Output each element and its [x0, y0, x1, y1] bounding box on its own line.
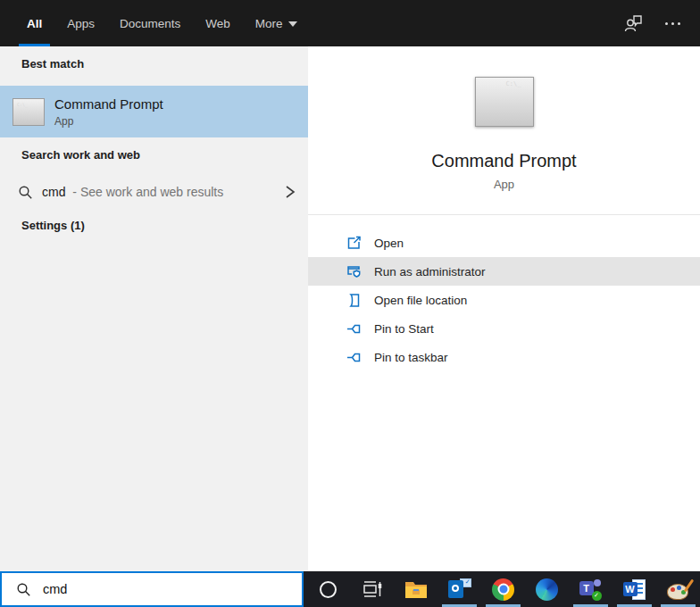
- task-view-icon: [362, 578, 383, 600]
- search-icon: [16, 582, 31, 597]
- search-results-body: Best match C:\_ Command Prompt App Searc…: [0, 46, 700, 571]
- ellipsis-icon[interactable]: [665, 22, 680, 25]
- tab-all-label: All: [27, 17, 42, 30]
- filter-tabs: All Apps Documents Web More: [0, 0, 310, 46]
- web-search-suffix: - See work and web results: [72, 185, 223, 199]
- action-open-file-location[interactable]: Open file location: [308, 286, 700, 314]
- word-icon: W: [623, 578, 646, 601]
- paint-icon: [667, 578, 690, 600]
- action-run-as-administrator-label: Run as administrator: [374, 265, 486, 279]
- preview-panel: C:\_ Command Prompt App Open: [308, 46, 700, 571]
- run-as-admin-shield-icon: [346, 263, 362, 279]
- taskbar-icon-cortana[interactable]: [306, 571, 350, 607]
- teams-icon: T✓: [579, 578, 603, 601]
- file-location-icon: [346, 292, 362, 308]
- command-prompt-icon: C:\_: [12, 98, 45, 126]
- divider: [308, 214, 700, 215]
- chrome-icon: [492, 578, 514, 601]
- tab-all[interactable]: All: [19, 0, 50, 46]
- web-search-heading: Search work and web: [0, 148, 308, 164]
- pin-icon: [346, 349, 362, 365]
- best-match-subtitle: App: [54, 115, 163, 128]
- tab-documents[interactable]: Documents: [112, 0, 188, 46]
- tab-apps-label: Apps: [67, 17, 95, 30]
- settings-heading: Settings (1): [0, 219, 308, 235]
- results-panel: Best match C:\_ Command Prompt App Searc…: [0, 46, 308, 571]
- tab-documents-label: Documents: [120, 17, 180, 30]
- context-actions: Open Run as administrator: [308, 229, 700, 371]
- user-feedback-icon[interactable]: [622, 12, 644, 34]
- taskbar-icon-word[interactable]: W: [612, 571, 656, 607]
- best-match-result-command-prompt[interactable]: C:\_ Command Prompt App: [0, 86, 308, 137]
- file-explorer-icon: [404, 578, 428, 600]
- taskbar-search-box[interactable]: [0, 571, 304, 607]
- bottom-bar: T✓ W: [0, 571, 700, 607]
- preview-app-name: Command Prompt: [308, 151, 700, 171]
- action-pin-to-taskbar-label: Pin to taskbar: [374, 351, 448, 364]
- action-pin-to-start[interactable]: Pin to Start: [308, 314, 700, 343]
- tab-web[interactable]: Web: [197, 0, 238, 46]
- tab-web-label: Web: [205, 17, 230, 30]
- action-open-file-location-label: Open file location: [374, 294, 467, 307]
- search-filter-bar: All Apps Documents Web More: [0, 0, 700, 46]
- taskbar-icon-outlook[interactable]: [438, 571, 481, 607]
- cortana-icon: [320, 581, 337, 598]
- tab-apps[interactable]: Apps: [59, 0, 103, 46]
- web-search-result[interactable]: cmd - See work and web results: [0, 176, 308, 208]
- taskbar-icon-paint[interactable]: [656, 571, 700, 607]
- command-prompt-icon-large: C:\_: [475, 77, 534, 127]
- taskbar-icon-chrome[interactable]: [481, 571, 525, 607]
- action-run-as-administrator[interactable]: Run as administrator: [308, 257, 700, 286]
- preview-app-type: App: [308, 178, 700, 191]
- best-match-title: Command Prompt: [54, 96, 163, 112]
- taskbar-icon-edge[interactable]: [525, 571, 569, 607]
- pin-icon: [346, 320, 362, 337]
- open-in-new-window-icon: [346, 235, 362, 251]
- action-open[interactable]: Open: [308, 229, 700, 257]
- action-pin-to-start-label: Pin to Start: [374, 322, 434, 336]
- best-match-heading: Best match: [0, 57, 308, 73]
- taskbar-icon-teams[interactable]: T✓: [569, 571, 612, 607]
- taskbar: T✓ W: [304, 571, 700, 607]
- taskbar-icon-task-view[interactable]: [350, 571, 394, 607]
- action-pin-to-taskbar[interactable]: Pin to taskbar: [308, 343, 700, 371]
- web-search-query: cmd: [42, 185, 65, 199]
- outlook-icon: [448, 578, 471, 600]
- search-input[interactable]: [43, 582, 266, 596]
- tab-more[interactable]: More: [247, 0, 305, 46]
- topbar-actions: [622, 0, 700, 46]
- chevron-down-icon: [288, 21, 297, 27]
- windows-search-flyout: All Apps Documents Web More: [0, 0, 700, 607]
- taskbar-icon-file-explorer[interactable]: [394, 571, 438, 607]
- search-icon: [18, 185, 33, 200]
- chevron-right-icon[interactable]: [284, 185, 296, 199]
- action-open-label: Open: [374, 237, 404, 250]
- tab-more-label: More: [255, 17, 283, 30]
- edge-icon: [536, 578, 558, 601]
